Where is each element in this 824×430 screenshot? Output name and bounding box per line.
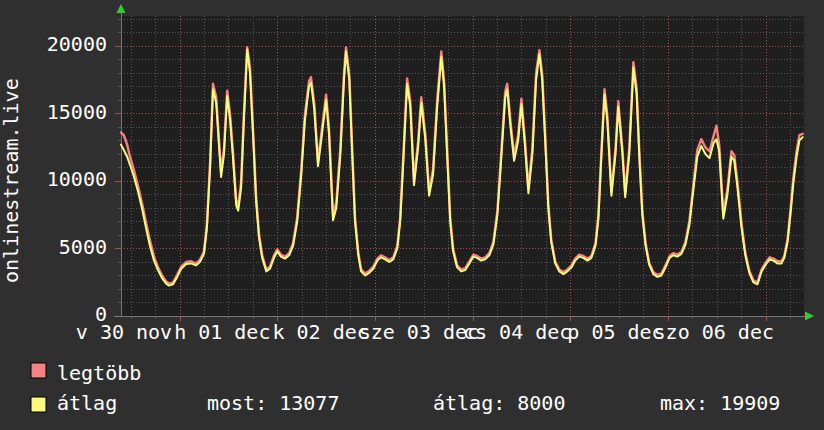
x-tick-label: k 02 dec <box>272 320 368 344</box>
y-tick-label: 10000 <box>47 167 107 191</box>
stat-max: max: 19909 <box>660 391 780 415</box>
x-tick-label: h 01 dec <box>174 320 270 344</box>
graph-page: 05000100001500020000 v 30 novh 01 deck 0… <box>0 0 824 430</box>
y-tick-label: 15000 <box>47 100 107 124</box>
legend-swatch-legtobb <box>31 363 46 378</box>
x-tick-label: p 05 dec <box>567 320 663 344</box>
x-tick-label: sze 03 dec <box>359 320 479 344</box>
x-tick-label: szo 06 dec <box>654 320 774 344</box>
legend-swatch-atlag <box>31 397 46 412</box>
y-tick-label: 20000 <box>47 32 107 56</box>
stat-atlag: átlag: 8000 <box>433 391 565 415</box>
vertical-site-title: onlinestream.live <box>0 78 23 283</box>
y-tick-label: 5000 <box>59 235 107 259</box>
x-axis-tick-labels: v 30 novh 01 deck 02 decsze 03 deccs 04 … <box>76 320 774 344</box>
legend-label-legtobb: legtöbb <box>57 361 141 385</box>
x-tick-label: cs 04 dec <box>463 320 571 344</box>
x-tick-label: v 30 nov <box>76 320 172 344</box>
chart: 05000100001500020000 v 30 novh 01 deck 0… <box>0 0 824 430</box>
stat-most: most: 13077 <box>207 391 339 415</box>
legend-label-atlag: átlag <box>57 391 117 415</box>
